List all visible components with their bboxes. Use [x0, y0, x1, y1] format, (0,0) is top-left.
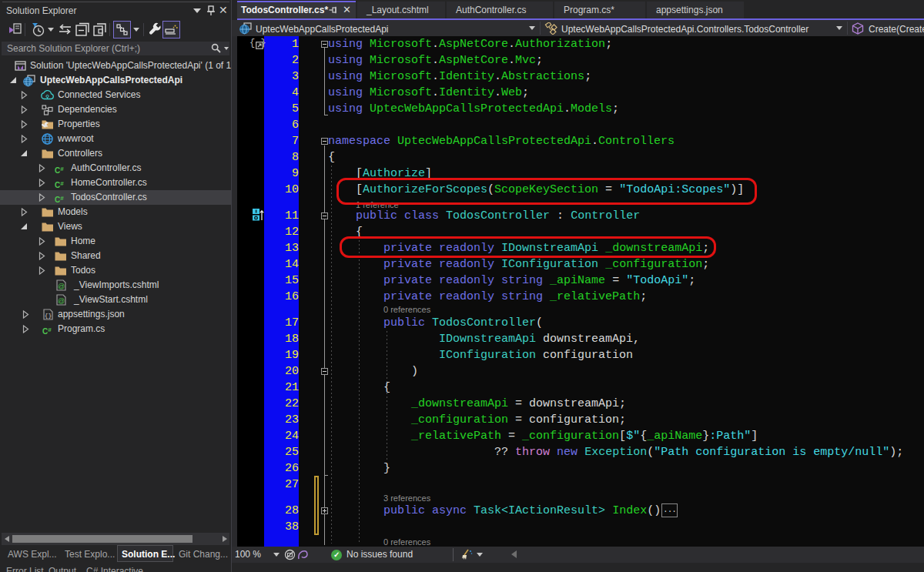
svg-text:{}: {} [45, 312, 52, 319]
svg-text:@: @ [58, 297, 65, 305]
svg-text:@: @ [58, 283, 65, 290]
